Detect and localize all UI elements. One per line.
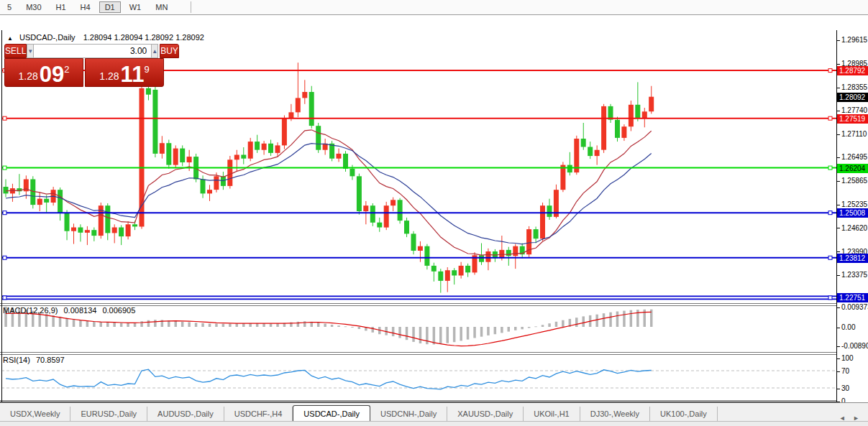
volume-input[interactable]	[34, 44, 151, 58]
sell-price-big: 09	[40, 65, 64, 84]
tab-audusd-daily[interactable]: AUDUSD-,Daily	[147, 407, 224, 422]
macd-scale-label: 0.00	[837, 323, 855, 331]
tab-usdchf-h4[interactable]: USDCHF-,H4	[224, 407, 293, 422]
hline-price-tag: 1.25008	[837, 208, 868, 218]
macd-indicator-label: MACD(12,26,9) 0.008134 0.006905	[3, 306, 135, 315]
hline-price-tag: 1.26204	[837, 164, 868, 173]
trading-platform-window: 5M30H1H4D1W1MN ▲ USDCAD-,Daily 1.28094 1…	[0, 0, 868, 426]
price-tick: 1.27110	[837, 130, 867, 138]
rsi-scale-label: 30	[837, 384, 849, 392]
price-tick: 1.23375	[837, 271, 867, 279]
rsi-scale-label: 100	[837, 354, 854, 362]
timeframe-button-H1[interactable]: H1	[50, 1, 72, 13]
one-click-trading-widget: SELL ▼ ▲ BUY 1.28 09 2 1.28 11 9	[4, 44, 164, 87]
rsi-pane[interactable]	[1, 355, 836, 400]
symbol-tab-bar: USDX,WeeklyEURUSD-,DailyAUDUSD-,DailyUSD…	[0, 402, 868, 422]
tab-usdcnh-daily[interactable]: USDCNH-,Daily	[370, 407, 447, 422]
sell-price-button[interactable]: 1.28 09 2	[4, 58, 83, 87]
tab-dj30-weekly[interactable]: DJ30-,Weekly	[580, 407, 650, 422]
status-bar	[0, 421, 868, 426]
tab-eurusd-daily[interactable]: EURUSD-,Daily	[70, 407, 147, 422]
buy-price-prefix: 1.28	[99, 70, 119, 82]
chart-plot-area[interactable]: ▲ USDCAD-,Daily 1.28094 1.28094 1.28092 …	[0, 15, 868, 402]
timeframe-toolbar: 5M30H1H4D1W1MN	[0, 0, 868, 15]
price-tick: 1.24620	[837, 224, 867, 232]
chart-title-bar: ▲ USDCAD-,Daily 1.28094 1.28094 1.28092 …	[7, 33, 204, 42]
price-tick: 1.28355	[837, 83, 867, 91]
buy-price-sup: 9	[144, 64, 149, 75]
buy-price-big: 11	[121, 65, 145, 84]
hline-price-tag: 1.23812	[837, 254, 868, 263]
rsi-scale-label: 70	[837, 367, 849, 375]
chart-symbol-title: USDCAD-,Daily	[19, 33, 76, 42]
timeframe-button-H4[interactable]: H4	[75, 1, 96, 13]
tab-uk100-daily[interactable]: UK100-,Daily	[650, 407, 718, 422]
price-tick: 1.25235	[837, 200, 867, 208]
hline-price-tag: 1.27519	[837, 114, 868, 124]
tab-xauusd-daily[interactable]: XAUUSD-,Daily	[447, 407, 524, 422]
timeframe-button-5[interactable]: 5	[1, 1, 17, 13]
macd-value-signal: 0.006905	[102, 306, 135, 315]
volume-increase-button[interactable]: ▲	[151, 44, 158, 58]
chart-ohlc-values: 1.28094 1.28094 1.28092 1.28092	[83, 33, 204, 42]
price-tick: 1.29615	[837, 36, 867, 44]
tab-usdx-weekly[interactable]: USDX,Weekly	[0, 407, 70, 422]
tab-ukoil-h1[interactable]: UKOil-,H1	[524, 407, 580, 422]
price-tick: 1.25865	[837, 177, 867, 185]
timeframe-button-M30[interactable]: M30	[20, 1, 47, 13]
collapse-triangle-icon[interactable]: ▲	[7, 35, 13, 42]
timeframe-button-W1[interactable]: W1	[124, 1, 147, 13]
buy-button[interactable]: BUY	[160, 44, 179, 58]
price-axis[interactable]: 1.296151.289851.283551.277401.271101.264…	[836, 30, 868, 417]
price-tick: 1.27740	[837, 106, 867, 114]
price-tick: 1.26495	[837, 153, 867, 161]
sell-button[interactable]: SELL	[4, 44, 27, 58]
timeframe-button-D1[interactable]: D1	[99, 1, 121, 13]
rsi-value: 70.8597	[36, 356, 65, 364]
macd-value-main: 0.008134	[63, 306, 96, 315]
sell-price-sup: 2	[64, 64, 69, 75]
hline-price-tag: 1.28792	[837, 66, 868, 75]
hline-price-tag: 1.22751	[837, 293, 868, 302]
sell-price-prefix: 1.28	[19, 70, 38, 82]
current-price-tag: 1.28092	[837, 93, 868, 102]
tab-usdcad-daily[interactable]: USDCAD-,Daily	[293, 405, 370, 422]
macd-scale-label: 0.009373	[837, 303, 868, 311]
volume-decrease-button[interactable]: ▼	[27, 44, 34, 58]
timeframe-button-MN[interactable]: MN	[150, 1, 173, 13]
rsi-indicator-label: RSI(14) 70.8597	[3, 356, 65, 364]
buy-price-button[interactable]: 1.28 11 9	[85, 58, 164, 87]
macd-scale-label: -0.008903	[837, 342, 868, 350]
